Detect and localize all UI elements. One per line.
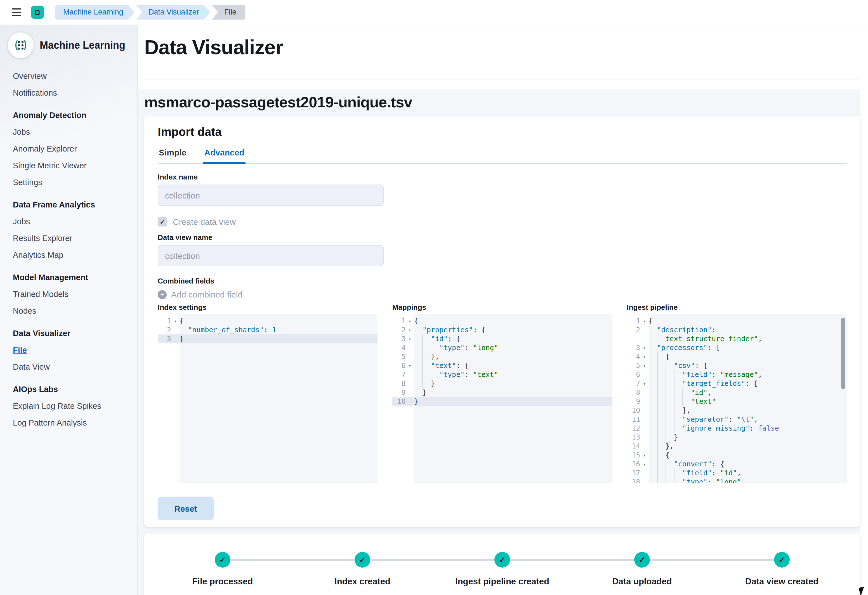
step-check-icon: ✓ xyxy=(215,552,230,568)
fold-arrow-icon[interactable]: ▾ xyxy=(406,325,414,334)
step-index-created: ✓Index created xyxy=(307,552,418,587)
editors-row: Index settings1▾{2"number_of_shards": 13… xyxy=(158,303,847,483)
code-line: text structure finder", xyxy=(627,334,847,343)
breadcrumb-data-visualizer[interactable]: Data Visualizer xyxy=(136,5,210,19)
sidebar-item-data-visualizer-data-view[interactable]: Data View xyxy=(13,362,50,371)
code-line: 9} xyxy=(392,388,613,397)
fold-arrow-icon[interactable]: ▾ xyxy=(640,352,648,361)
breadcrumb-machine-learning[interactable]: Machine Learning xyxy=(55,5,134,19)
tab-simple[interactable]: Simple xyxy=(158,146,187,164)
code-line: 18"type": "long", xyxy=(627,478,847,483)
create-data-view-checkbox: ✓ Create data view xyxy=(158,217,847,226)
reset-button[interactable]: Reset xyxy=(158,496,214,520)
code-line: 15▾{ xyxy=(627,451,847,460)
step-label: Data view created xyxy=(745,577,818,587)
file-name-title: msmarco-passagetest2019-unique.tsv xyxy=(144,94,860,111)
fold-arrow-icon[interactable]: ▾ xyxy=(640,343,648,352)
breadcrumb: Machine LearningData VisualizerFile xyxy=(55,5,245,19)
fold-arrow-icon[interactable]: ▾ xyxy=(640,379,648,388)
code-line: 1▾{ xyxy=(158,316,378,325)
fold-arrow-icon[interactable]: ▾ xyxy=(640,460,648,469)
sidebar-item-aiops-labs-explain-log-rate-spikes[interactable]: Explain Log Rate Spikes xyxy=(13,402,101,410)
code-line: 6"field": "message", xyxy=(627,370,847,379)
sidebar-item-anomaly-detection-jobs[interactable]: Jobs xyxy=(13,127,30,136)
create-data-view-label: Create data view xyxy=(173,217,236,226)
step-label: Data uploaded xyxy=(612,577,672,587)
sidebar-item-aiops-labs-log-pattern-analysis[interactable]: Log Pattern Analysis xyxy=(13,418,87,427)
ingest-pipeline-label: Ingest pipeline xyxy=(627,303,847,312)
import-data-title: Import data xyxy=(158,125,847,139)
code-line: 16▾"convert": { xyxy=(627,460,847,469)
step-ingest-pipeline-created: ✓Ingest pipeline created xyxy=(446,552,558,587)
code-line: 12"ignore_missing": false xyxy=(627,424,847,433)
sidebar-item-anomaly-detection-anomaly-explorer[interactable]: Anomaly Explorer xyxy=(13,144,77,153)
import-progress-card: ✓File processed✓Index created✓Ingest pip… xyxy=(144,533,860,595)
deployment-badge[interactable]: D xyxy=(31,6,44,19)
index-settings-label: Index settings xyxy=(158,303,378,312)
code-line: 5}, xyxy=(392,352,613,361)
fold-arrow-icon[interactable]: ▾ xyxy=(406,316,414,325)
code-line: 4"type": "long" xyxy=(392,343,613,352)
code-line: 1▾{ xyxy=(392,316,613,325)
code-line: 1▾{ xyxy=(627,316,847,325)
code-line: 11"separator": "\t", xyxy=(627,415,847,424)
plus-circle-icon: + xyxy=(158,290,167,299)
sidebar-item-notifications[interactable]: Notifications xyxy=(13,89,57,97)
code-line: 5▾"csv": { xyxy=(627,361,847,370)
editor-scrollbar[interactable] xyxy=(841,317,845,389)
ingest-pipeline-editor[interactable]: 1▾{2"description": text structure finder… xyxy=(627,314,847,483)
code-line: 17"field": "id", xyxy=(627,469,847,478)
sidebar-item-model-management-trained-models[interactable]: Trained Models xyxy=(13,290,68,298)
tab-advanced[interactable]: Advanced xyxy=(203,146,245,164)
app-root: D Machine LearningData VisualizerFile Ma… xyxy=(0,0,868,595)
combined-fields-label: Combined fields xyxy=(158,277,847,285)
sidebar-item-data-frame-analytics-analytics-map[interactable]: Analytics Map xyxy=(13,251,63,260)
code-line: 10], xyxy=(627,406,847,415)
add-combined-field-label: Add combined field xyxy=(171,290,242,299)
nav-section-data-visualizer: Data Visualizer xyxy=(13,329,137,338)
code-line: 7▾"target_fields": [ xyxy=(627,379,847,388)
mappings-editor[interactable]: 1▾{2▾"properties": {3▾"id": {4"type": "l… xyxy=(392,314,613,483)
data-view-name-input xyxy=(158,245,384,266)
code-line: 6▾"text": { xyxy=(392,361,613,370)
checkbox-checked-icon: ✓ xyxy=(158,217,167,226)
nav-section-data-frame-analytics: Data Frame Analytics xyxy=(13,200,137,209)
index-settings-editor[interactable]: 1▾{2"number_of_shards": 13} xyxy=(158,314,378,483)
fold-arrow-icon[interactable]: ▾ xyxy=(640,361,648,370)
code-line: 13} xyxy=(627,433,847,442)
mappings-label: Mappings xyxy=(392,303,613,312)
import-tabs: SimpleAdvanced xyxy=(158,146,847,164)
step-check-icon: ✓ xyxy=(634,552,650,568)
fold-arrow-icon[interactable]: ▾ xyxy=(640,451,648,460)
step-check-icon: ✓ xyxy=(354,552,370,568)
sidebar-item-data-frame-analytics-jobs[interactable]: Jobs xyxy=(13,217,30,226)
nav-section-model-management: Model Management xyxy=(13,273,137,282)
sidebar-title: Machine Learning xyxy=(40,40,125,51)
step-label: Index created xyxy=(334,577,390,587)
sidebar-item-overview[interactable]: Overview xyxy=(13,72,47,81)
sidebar-item-anomaly-detection-single-metric-viewer[interactable]: Single Metric Viewer xyxy=(13,161,87,170)
header-divider xyxy=(144,79,860,80)
progress-stepper: ✓File processed✓Index created✓Ingest pip… xyxy=(167,533,838,587)
step-file-processed: ✓File processed xyxy=(167,552,279,587)
code-line: 9"text" xyxy=(627,397,847,406)
top-navigation-bar: D Machine LearningData VisualizerFile xyxy=(0,0,868,25)
nav-section-aiops-labs: AIOps Labs xyxy=(13,385,137,394)
main-content: Data Visualizer msmarco-passagetest2019-… xyxy=(138,25,868,595)
sidebar-item-model-management-nodes[interactable]: Nodes xyxy=(13,306,36,315)
sidebar-item-anomaly-detection-settings[interactable]: Settings xyxy=(13,178,42,187)
code-line: 8} xyxy=(392,379,613,388)
step-check-icon: ✓ xyxy=(495,552,510,568)
fold-arrow-icon[interactable]: ▾ xyxy=(406,334,414,343)
code-line: 2▾"properties": { xyxy=(392,325,613,334)
step-label: File processed xyxy=(192,577,253,587)
sidebar-item-data-visualizer-file[interactable]: File xyxy=(13,345,27,354)
code-line: 3▾"processors": [ xyxy=(627,343,847,352)
hamburger-menu-icon[interactable] xyxy=(9,6,24,19)
fold-arrow-icon[interactable]: ▾ xyxy=(406,361,414,370)
fold-arrow-icon[interactable]: ▾ xyxy=(171,316,180,325)
sidebar-item-data-frame-analytics-results-explorer[interactable]: Results Explorer xyxy=(13,234,72,243)
fold-arrow-icon[interactable]: ▾ xyxy=(640,316,648,325)
code-line: 4▾{ xyxy=(627,352,847,361)
step-data-view-created: ✓Data view created xyxy=(726,552,838,587)
